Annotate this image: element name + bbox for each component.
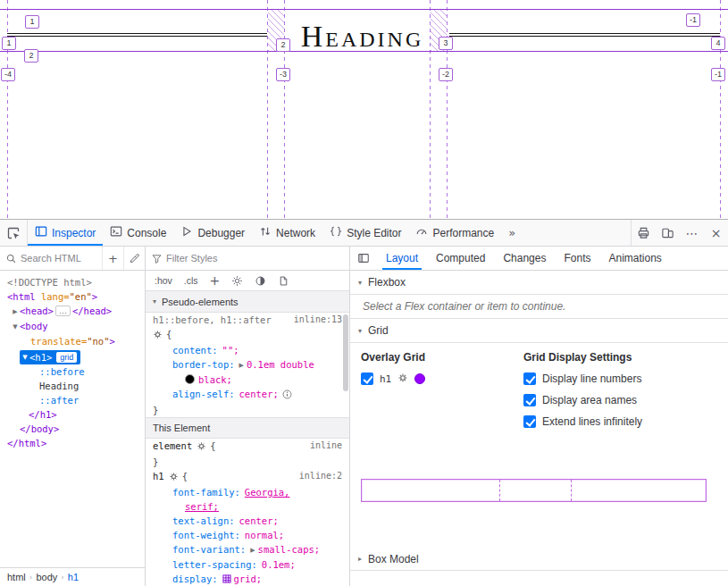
checkbox-line-numbers[interactable]: [523, 373, 536, 385]
grid-column-line-4: [720, 0, 721, 219]
toolbox-menu-icon[interactable]: ⋯: [680, 220, 704, 246]
tab-console[interactable]: Console: [103, 220, 173, 246]
rules-scrollbar[interactable]: [343, 314, 348, 391]
section-pseudo-elements[interactable]: ▾Pseudo-elements: [146, 291, 349, 313]
breadcrumb-body[interactable]: body: [36, 572, 57, 582]
grid-color-swatch[interactable]: [414, 373, 425, 384]
overlay-grid-column: Overlay Grid h1: [361, 351, 425, 385]
css-declaration[interactable]: border-top:▶0.1em double: [146, 357, 349, 373]
expand-value-icon[interactable]: ▶: [239, 362, 244, 369]
browser-viewport: Heading 1 -1 1 2 -4 2 -3 3 -2 4 -1: [0, 0, 728, 219]
rule-selector[interactable]: h1: [153, 471, 164, 481]
html-close-node[interactable]: </html>: [0, 436, 145, 450]
color-swatch-black[interactable]: [185, 374, 195, 384]
css-declaration[interactable]: display:grid;: [146, 572, 349, 586]
tab-performance[interactable]: Performance: [408, 220, 501, 246]
rule-selector[interactable]: h1::before, h1::after: [153, 314, 272, 325]
body-close-node[interactable]: </body>: [0, 422, 145, 436]
checkbox-h1-overlay[interactable]: [361, 373, 373, 385]
tab-changes[interactable]: Changes: [494, 247, 555, 270]
filter-styles-input[interactable]: [166, 253, 349, 264]
twisty-open-icon[interactable]: ▼: [21, 350, 29, 364]
close-devtools-icon[interactable]: ×: [704, 220, 728, 246]
head-node[interactable]: ▶<head>…</head>: [0, 304, 145, 319]
h1-before-node[interactable]: ::before: [0, 364, 145, 379]
collapsed-content-badge[interactable]: …: [55, 306, 71, 316]
rule-source-link[interactable]: inline:13: [294, 313, 342, 327]
rule-selector[interactable]: element: [153, 440, 192, 451]
pseudo-class-panel-toggle[interactable]: :hov: [155, 275, 172, 286]
grid-outline-preview[interactable]: [361, 479, 707, 502]
sidebar-toggle-icon[interactable]: [350, 252, 377, 264]
section-flexbox[interactable]: ▾Flexbox: [350, 271, 728, 295]
more-tabs-button[interactable]: »: [501, 220, 523, 246]
selected-node: ▼<h1>grid: [20, 350, 80, 364]
h1-close-node[interactable]: </h1>: [0, 407, 145, 422]
css-declaration[interactable]: font-family:Georgia,: [146, 485, 349, 499]
h1-after-node[interactable]: ::after: [0, 393, 145, 407]
expand-value-icon[interactable]: ▶: [250, 547, 255, 554]
tab-debugger[interactable]: Debugger: [173, 220, 252, 246]
grid-badge[interactable]: grid: [56, 352, 77, 363]
tab-fonts[interactable]: Fonts: [555, 247, 599, 270]
tab-inspector[interactable]: Inspector: [28, 220, 103, 246]
grid-line-number-badge: 3: [439, 37, 453, 50]
pick-element-button[interactable]: [0, 220, 28, 246]
grid-highlighter-toggle-icon[interactable]: [222, 573, 231, 586]
tab-animations[interactable]: Animations: [599, 247, 670, 270]
responsive-design-mode-icon[interactable]: [656, 220, 680, 246]
markup-tree: <!DOCTYPE html> <html lang="en"> ▶<head>…: [0, 271, 145, 567]
print-simulation-icon[interactable]: [278, 275, 289, 287]
inactive-property-info-icon[interactable]: [282, 389, 292, 403]
css-declaration[interactable]: font-weight:normal;: [146, 528, 349, 542]
page-heading: Heading: [267, 20, 457, 54]
tab-computed[interactable]: Computed: [427, 247, 494, 270]
selector-highlighter-icon[interactable]: [169, 471, 179, 485]
tab-style-editor[interactable]: Style Editor: [322, 220, 408, 246]
css-declaration[interactable]: content:"";: [146, 343, 349, 357]
doctype-node[interactable]: <!DOCTYPE html>: [0, 275, 145, 289]
grid-settings-gear-icon[interactable]: [397, 373, 408, 386]
body-attribute[interactable]: translate="no">: [0, 334, 145, 348]
css-declaration[interactable]: align-self:center;: [146, 387, 349, 403]
rule-source-link[interactable]: inline:2: [299, 469, 342, 483]
html-node[interactable]: <html lang="en">: [0, 289, 145, 304]
css-declaration[interactable]: text-align:center;: [146, 514, 349, 528]
checkbox-extend-lines[interactable]: [523, 415, 536, 428]
gauge-icon: [415, 225, 428, 240]
grid-line-number-badge: -1: [686, 13, 700, 27]
markup-search-bar: +: [0, 247, 145, 271]
setting-area-names: Display area names: [523, 394, 642, 406]
add-rule-button[interactable]: +: [210, 273, 221, 288]
eyedropper-icon[interactable]: [123, 247, 145, 270]
h1-text-node[interactable]: Heading: [0, 379, 145, 393]
grid-preview-divider: [571, 480, 572, 501]
devtools-toolbar: Inspector Console Debugger Network Style…: [0, 220, 728, 247]
rule-source-link[interactable]: inline: [310, 439, 342, 453]
breadcrumb-html[interactable]: html: [7, 572, 26, 582]
print-icon[interactable]: [632, 220, 656, 246]
section-twisty-icon: ▸: [358, 555, 362, 563]
tab-layout[interactable]: Layout: [377, 247, 427, 270]
selector-highlighter-icon[interactable]: [197, 440, 206, 455]
twisty-open-icon[interactable]: ▼: [11, 320, 20, 334]
section-this-element: This Element: [146, 417, 349, 439]
section-box-model[interactable]: ▸Box Model: [350, 547, 728, 571]
add-node-button[interactable]: +: [102, 247, 123, 270]
tab-network[interactable]: Network: [252, 220, 322, 246]
overlay-grid-item: h1: [361, 373, 425, 385]
selector-highlighter-icon[interactable]: [153, 329, 163, 343]
rule-close-line: }: [146, 403, 349, 417]
section-grid[interactable]: ▾Grid: [350, 319, 728, 343]
css-declaration[interactable]: font-variant:▶small-caps;: [146, 542, 349, 557]
checkbox-area-names[interactable]: [523, 394, 536, 406]
light-scheme-icon[interactable]: [231, 275, 243, 287]
breadcrumb-h1[interactable]: h1: [68, 572, 79, 582]
dark-scheme-icon[interactable]: [255, 275, 266, 287]
twisty-collapsed-icon[interactable]: ▶: [11, 305, 20, 319]
body-node[interactable]: ▼<body: [0, 319, 145, 334]
class-panel-toggle[interactable]: .cls: [184, 275, 198, 286]
search-html-input[interactable]: [21, 253, 102, 264]
h1-node-selected[interactable]: ▼<h1>grid: [0, 348, 145, 364]
css-declaration[interactable]: letter-spacing:0.1em;: [146, 557, 349, 572]
